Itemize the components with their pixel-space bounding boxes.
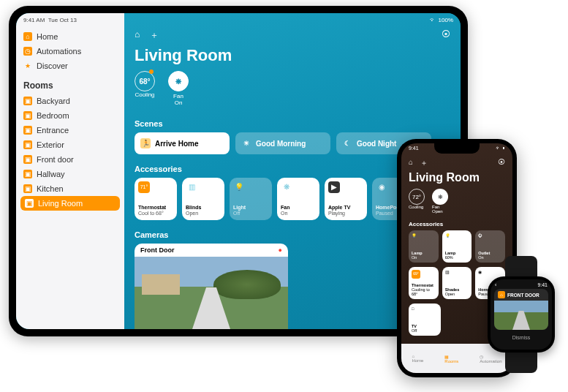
room-exterior[interactable]: ▣Exterior: [16, 137, 124, 152]
room-label: Living Room: [38, 199, 83, 208]
nav-label: Home: [37, 32, 58, 41]
tile-tv[interactable]: □TVOff: [409, 304, 441, 336]
summary-label: Fan On: [168, 93, 189, 106]
room-label: Backyard: [37, 97, 70, 105]
status-dot: [149, 69, 154, 74]
camera-name: Front Door: [140, 246, 175, 254]
back-icon[interactable]: ‹: [495, 282, 496, 287]
home-icon[interactable]: ⌂: [135, 29, 140, 42]
tile-thermostat[interactable]: 71°ThermostatCool to 68°: [135, 178, 177, 220]
scene-good-morning[interactable]: ☀Good Morning: [235, 132, 330, 154]
room-kitchen[interactable]: ▣Kitchen: [16, 181, 124, 196]
broadcast-icon[interactable]: ⦿: [442, 29, 450, 42]
camera-card[interactable]: Front Door●: [135, 244, 288, 329]
camera-notification[interactable]: ⌂FRONT DOOR: [494, 289, 548, 330]
bulb-icon: 💡: [445, 233, 469, 238]
scene-label: Good Night: [357, 140, 396, 148]
room-entrance[interactable]: ▣Entrance: [16, 123, 124, 137]
scenes-header: Scenes: [135, 119, 450, 128]
room-label: Exterior: [37, 140, 64, 149]
toolbar: ⌂ ＋ ⦿: [135, 29, 450, 42]
camera-thumbnail: [494, 301, 548, 330]
room-label: Kitchen: [37, 184, 64, 193]
ipad-status-bar: 9:41 AM Tue Oct 13 ᯤ 100%: [16, 13, 461, 26]
summary-thermostat[interactable]: 68° Cooling: [135, 71, 155, 106]
summary-thermostat[interactable]: 72°Cooling: [409, 189, 425, 214]
notch: [434, 143, 480, 154]
tile-apple-tv[interactable]: ▶Apple TVPlaying: [325, 178, 367, 220]
room-bedroom[interactable]: ▣Bedroom: [16, 108, 124, 123]
room-living-room[interactable]: ▣Living Room: [20, 196, 120, 211]
summary-fan[interactable]: ❋Fan Open: [432, 189, 448, 214]
room-label: Bedroom: [37, 111, 69, 120]
room-backyard[interactable]: ▣Backyard: [16, 94, 124, 108]
status-indicators: ᯤ 100%: [430, 17, 453, 23]
tab-home[interactable]: ⌂Home: [412, 354, 423, 363]
fan-icon: ❋: [281, 181, 292, 193]
room-label: Entrance: [37, 126, 69, 135]
room-hallway[interactable]: ▣Hallway: [16, 167, 124, 181]
room-icon: ▣: [23, 140, 32, 149]
house-icon: ⌂: [498, 291, 505, 298]
tile-thermostat[interactable]: 69°ThermostatCooling to 68°: [409, 267, 439, 299]
tab-rooms[interactable]: ▦Rooms: [444, 354, 458, 363]
fan-circle: ❋: [168, 71, 189, 91]
scene-label: Arrive Home: [155, 140, 198, 148]
card-title: FRONT DOOR: [507, 293, 539, 298]
summary-fan[interactable]: ❋ Fan On: [168, 71, 189, 106]
grid-icon: ▦: [444, 354, 458, 359]
add-icon[interactable]: ＋: [420, 158, 428, 168]
watch-screen: ‹9:41 ⌂FRONT DOOR Dismiss: [491, 279, 552, 350]
room-title: Living Room: [135, 46, 450, 65]
signal-icon: ᯤ ▮: [496, 146, 505, 151]
rooms-header: Rooms: [16, 73, 124, 94]
nav-label: Discover: [37, 61, 68, 70]
bulb-icon: 💡: [412, 233, 436, 238]
temp-circle: 68°: [135, 71, 155, 91]
room-icon: ▣: [23, 126, 32, 135]
room-label: Hallway: [37, 170, 65, 178]
person-icon: 🏃: [140, 138, 151, 148]
status-time: 9:41 AM Tue Oct 13: [23, 17, 77, 23]
room-icon: ▣: [25, 199, 34, 208]
camera-thumbnail: [135, 257, 288, 329]
add-icon[interactable]: ＋: [150, 29, 159, 42]
tile-shades[interactable]: ▥ShadesOpen: [442, 267, 472, 299]
broadcast-icon[interactable]: ⦿: [498, 158, 505, 168]
tile-fan[interactable]: ❋FanOn: [277, 178, 319, 220]
room-front-door[interactable]: ▣Front door: [16, 152, 124, 167]
tv-icon: □: [412, 306, 438, 311]
blinds-icon: ▥: [445, 270, 469, 274]
room-title: Living Room: [409, 171, 505, 184]
scene-arrive-home[interactable]: 🏃Arrive Home: [135, 132, 230, 154]
room-icon: ▣: [23, 184, 32, 193]
room-icon: ▣: [23, 97, 32, 105]
room-label: Front door: [37, 155, 74, 164]
watch-time: 9:41: [537, 282, 548, 287]
sidebar: ⌂ Home ◷ Automations ★ Discover Rooms ▣B…: [16, 13, 124, 329]
star-icon: ★: [23, 61, 32, 70]
nav-discover[interactable]: ★ Discover: [16, 59, 124, 73]
room-icon: ▣: [23, 170, 32, 178]
home-icon[interactable]: ⌂: [409, 158, 413, 168]
scene-label: Good Morning: [256, 140, 306, 148]
climate-summary: 68° Cooling ❋ Fan On: [135, 71, 450, 106]
automation-icon: ◷: [23, 47, 32, 56]
watch-case: ‹9:41 ⌂FRONT DOOR Dismiss: [488, 276, 555, 353]
tile-lamp[interactable]: 💡LampOn: [409, 230, 439, 263]
battery-icon: 100%: [439, 17, 453, 23]
record-icon: ●: [279, 246, 282, 254]
watch-device: ‹9:41 ⌂FRONT DOOR Dismiss: [480, 256, 562, 373]
tile-blinds[interactable]: ▥BlindsOpen: [182, 178, 224, 220]
sun-icon: ☀: [241, 138, 251, 148]
tile-lamp-2[interactable]: 💡Lamp60%: [442, 230, 472, 263]
nav-automations[interactable]: ◷ Automations: [16, 44, 124, 59]
room-icon: ▣: [23, 111, 32, 120]
dismiss-button[interactable]: Dismiss: [491, 331, 552, 340]
nav-home[interactable]: ⌂ Home: [16, 29, 124, 44]
outlet-icon: ⏻: [478, 233, 502, 238]
moon-icon: ☾: [342, 138, 352, 148]
blinds-icon: ▥: [186, 181, 197, 193]
tile-light[interactable]: 💡LightOff: [230, 178, 272, 220]
thermostat-icon: 69°: [412, 270, 420, 279]
